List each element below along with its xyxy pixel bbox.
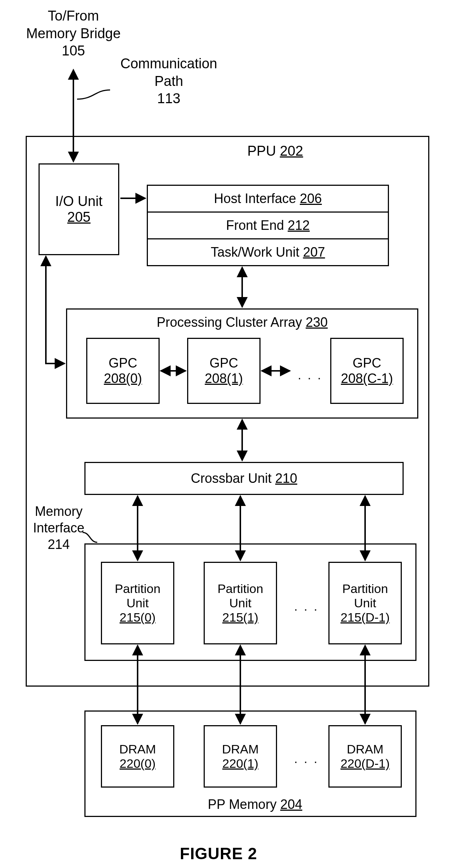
text: Memory Bridge: [15, 25, 132, 43]
gpc-0-box: GPC 208(0): [86, 338, 160, 404]
text: Unit: [354, 596, 376, 610]
ref: 205: [67, 209, 90, 225]
crossbar-box: Crossbar Unit 210: [84, 462, 404, 495]
dram-ellipsis: . . .: [290, 751, 323, 767]
ref: 204: [280, 797, 302, 812]
ppu-title: PPU 202: [235, 142, 316, 160]
gpc-ellipsis: . . .: [294, 367, 327, 383]
partition-d1-box: Partition Unit 215(D-1): [328, 562, 402, 644]
text: Crossbar Unit: [191, 471, 272, 486]
text: Task/Work Unit: [211, 245, 299, 260]
text: GPC: [353, 355, 381, 371]
text: Interface: [22, 520, 95, 536]
text: I/O Unit: [55, 194, 103, 209]
gpc-c1-box: GPC 208(C-1): [330, 338, 404, 404]
host-interface-box: Host Interface 206: [147, 185, 389, 213]
text: GPC: [210, 355, 238, 371]
text: PP Memory: [208, 797, 276, 812]
text: Unit: [229, 596, 251, 610]
ref: 220(0): [120, 756, 156, 771]
comm-path-label: Communication Path 113: [110, 55, 228, 108]
ref: 220(D-1): [341, 756, 390, 771]
text: PPU: [247, 143, 276, 159]
mem-bridge-label: To/From Memory Bridge 105: [15, 7, 132, 60]
partition-ellipsis: . . .: [290, 598, 323, 614]
ref: 230: [306, 315, 328, 330]
task-work-unit-box: Task/Work Unit 207: [147, 238, 389, 266]
dram-d1-box: DRAM 220(D-1): [328, 725, 402, 788]
ref: 202: [280, 143, 303, 159]
gpc-1-box: GPC 208(1): [187, 338, 261, 404]
partition-1-box: Partition Unit 215(1): [204, 562, 277, 644]
text: Partition: [218, 582, 263, 596]
ref: 220(1): [222, 756, 258, 771]
ref: 210: [275, 471, 297, 486]
ref: 215(D-1): [341, 610, 390, 625]
text: Path: [110, 73, 228, 90]
text: DRAM: [119, 742, 156, 756]
text: Memory: [22, 503, 95, 520]
ref: 206: [300, 191, 322, 206]
io-unit-box: I/O Unit 205: [39, 163, 119, 255]
pp-memory-title: PP Memory 204: [191, 796, 319, 813]
figure-caption: FIGURE 2: [180, 845, 257, 863]
text: Front End: [226, 218, 284, 233]
ref: 208(C-1): [341, 371, 393, 386]
diagram-canvas: To/From Memory Bridge 105 Communication …: [0, 0, 455, 868]
dram-0-box: DRAM 220(0): [101, 725, 174, 788]
text: 113: [110, 90, 228, 108]
text: Partition: [342, 582, 388, 596]
ref: 208(0): [104, 371, 142, 386]
text: GPC: [109, 355, 137, 371]
text: To/From: [15, 7, 132, 25]
dram-1-box: DRAM 220(1): [204, 725, 277, 788]
ref: 215(0): [120, 610, 156, 625]
text: Partition: [115, 582, 161, 596]
text: Unit: [127, 596, 149, 610]
front-end-box: Front End 212: [147, 211, 389, 239]
text: DRAM: [222, 742, 259, 756]
ref: 212: [288, 218, 310, 233]
text: DRAM: [347, 742, 383, 756]
ref: 208(1): [205, 371, 243, 386]
pca-title: Processing Cluster Array 230: [121, 314, 363, 330]
ref: 215(1): [222, 610, 258, 625]
text: Processing Cluster Array: [157, 315, 302, 330]
text: Communication: [110, 55, 228, 73]
partition-0-box: Partition Unit 215(0): [101, 562, 174, 644]
text: Host Interface: [214, 191, 296, 206]
ref: 207: [303, 245, 325, 260]
